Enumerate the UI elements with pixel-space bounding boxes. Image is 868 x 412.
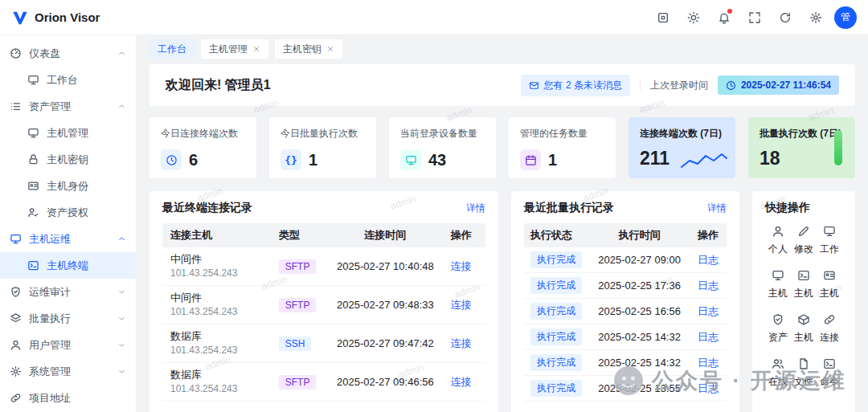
table-row[interactable]: 数据库101.43.254.243 SSH 2025-02-27 09:47:4… bbox=[162, 324, 485, 363]
status-badge: 执行完成 bbox=[530, 354, 582, 371]
status-badge: 执行完成 bbox=[530, 303, 582, 320]
welcome-right: 您有 2 条未读消息 上次登录时间 2025-02-27 11:46:54 bbox=[521, 75, 839, 96]
table-header: 执行状态 执行时间 操作 bbox=[524, 223, 727, 247]
log-link[interactable]: 日志 bbox=[698, 254, 719, 266]
connect-link[interactable]: 连接 bbox=[451, 260, 472, 272]
terminal-records-panel: 最近终端连接记录 详情 连接主机 类型 连接时间 操作 中间件101.43.25… bbox=[149, 191, 498, 412]
logo: Orion Visor bbox=[11, 9, 100, 27]
user-icon bbox=[772, 225, 784, 238]
sidebar-item-user-manage[interactable]: 用户管理 bbox=[0, 332, 136, 358]
quick-action-workbench[interactable]: 工作 bbox=[817, 225, 842, 256]
workbench-icon bbox=[27, 74, 39, 86]
log-link[interactable]: 日志 bbox=[698, 331, 719, 343]
log-link[interactable]: 日志 bbox=[698, 305, 719, 317]
last-login-label: 上次登录时间 bbox=[650, 79, 708, 92]
status-badge: 执行完成 bbox=[530, 277, 582, 294]
tab-bar: 工作台 主机管理 主机密钥 bbox=[137, 35, 868, 63]
sidebar-item-project-link[interactable]: 项目地址 bbox=[0, 385, 136, 411]
chevron-up-icon bbox=[117, 235, 126, 243]
tab-workbench[interactable]: 工作台 bbox=[149, 39, 194, 59]
terminal-detail-link[interactable]: 详情 bbox=[466, 202, 485, 215]
sidebar-item-host-manage[interactable]: 主机管理 bbox=[0, 120, 136, 146]
unread-messages-badge[interactable]: 您有 2 条未读消息 bbox=[521, 75, 630, 96]
sidebar-item-host-identity[interactable]: 主机身份 bbox=[0, 173, 136, 199]
sidebar-item-system-manage[interactable]: 系统管理 bbox=[0, 358, 136, 385]
sidebar-item-asset-grant[interactable]: 资产授权 bbox=[0, 199, 136, 226]
quick-action-command[interactable]: 命令 bbox=[817, 357, 842, 389]
type-badge: SFTP bbox=[279, 298, 317, 312]
quick-actions-grid: 个人 修改 工作 主机 主机 主机 资产 主机 连接 在线 文件 命令 bbox=[765, 225, 842, 389]
host-ops-monitor-icon bbox=[10, 233, 22, 245]
sidebar-item-asset-manage[interactable]: 资产管理 bbox=[0, 93, 136, 120]
chevron-down-icon bbox=[117, 341, 126, 349]
table-row[interactable]: 中间件101.43.254.243 SFTP 2025-02-27 10:40:… bbox=[162, 247, 485, 286]
avatar[interactable]: 管 bbox=[834, 6, 857, 29]
user-check-icon bbox=[27, 206, 39, 218]
log-link[interactable]: 日志 bbox=[698, 382, 719, 394]
connect-link[interactable]: 连接 bbox=[451, 299, 472, 311]
quick-action-host-2[interactable]: 主机 bbox=[791, 269, 817, 300]
theme-sun-icon[interactable] bbox=[682, 6, 706, 30]
sidebar-item-ops-audit[interactable]: 运维审计 bbox=[0, 279, 136, 305]
log-link[interactable]: 日志 bbox=[698, 279, 719, 292]
project-link-icon bbox=[10, 392, 22, 404]
quick-action-asset[interactable]: 资产 bbox=[765, 313, 791, 345]
sidebar-item-host-ops[interactable]: 主机运维 bbox=[0, 226, 136, 252]
quick-action-file[interactable]: 文件 bbox=[791, 357, 817, 389]
system-gear-icon bbox=[10, 365, 22, 377]
table-row[interactable]: 执行完成 2025-02-25 14:32 日志 bbox=[524, 350, 727, 376]
mail-icon bbox=[529, 80, 539, 91]
notification-dot bbox=[727, 9, 732, 14]
table-row[interactable]: 中间件101.43.254.243 SFTP 2025-02-27 09:48:… bbox=[162, 286, 485, 324]
audit-shield-icon bbox=[10, 286, 22, 298]
close-icon[interactable] bbox=[326, 45, 334, 53]
stat-card-batch-today: 今日批量执行次数 {} 1 bbox=[269, 117, 376, 178]
log-link[interactable]: 日志 bbox=[698, 357, 719, 369]
connect-link[interactable]: 连接 bbox=[451, 337, 472, 349]
type-badge: SFTP bbox=[279, 259, 317, 274]
apps-icon[interactable] bbox=[651, 6, 675, 30]
batch-exec-records-panel: 最近批量执行记录 详情 执行状态 执行时间 操作 执行完成 2025-02-27… bbox=[511, 191, 739, 412]
sidebar-item-batch-exec[interactable]: 批量执行 bbox=[0, 305, 136, 332]
notifications-bell-icon[interactable] bbox=[712, 6, 736, 30]
table-row[interactable]: 执行完成 2025-02-25 17:36 日志 bbox=[524, 273, 727, 299]
fullscreen-icon[interactable] bbox=[743, 6, 767, 30]
table-row[interactable]: 执行完成 2025-02-27 09:00 日志 bbox=[524, 247, 727, 273]
connect-link[interactable]: 连接 bbox=[451, 376, 472, 388]
host-monitor-icon bbox=[27, 127, 39, 139]
quick-action-personal[interactable]: 个人 bbox=[765, 225, 791, 256]
identity-card-icon bbox=[27, 180, 39, 192]
table-row[interactable]: 执行完成 2025-02-25 16:56 日志 bbox=[524, 299, 727, 324]
users-icon bbox=[772, 357, 784, 370]
sidebar-item-dashboard[interactable]: 仪表盘 bbox=[0, 40, 136, 67]
settings-gear-icon[interactable] bbox=[804, 6, 828, 30]
sidebar-item-host-terminal[interactable]: 主机终端 bbox=[0, 252, 136, 279]
lock-icon bbox=[27, 153, 39, 165]
quick-action-host-1[interactable]: 主机 bbox=[765, 269, 791, 300]
tab-host-key[interactable]: 主机密钥 bbox=[275, 39, 342, 59]
sidebar-item-workbench[interactable]: 工作台 bbox=[0, 67, 136, 93]
quick-action-connect[interactable]: 连接 bbox=[817, 313, 842, 345]
stat-card-login-devices: 当前登录设备数量 43 bbox=[389, 117, 496, 178]
table-row[interactable]: 执行完成 2025-02-25 14:32 日志 bbox=[524, 324, 727, 350]
quick-action-host-4[interactable]: 主机 bbox=[791, 313, 817, 345]
quick-action-online[interactable]: 在线 bbox=[765, 357, 791, 389]
panel-title: 最近终端连接记录 bbox=[162, 201, 252, 215]
tab-host-manage[interactable]: 主机管理 bbox=[201, 39, 268, 59]
stat-card-tasks: 管理的任务数量 1 bbox=[509, 117, 616, 178]
exec-detail-link[interactable]: 详情 bbox=[707, 202, 727, 215]
page-content: 欢迎回来! 管理员1 您有 2 条未读消息 上次登录时间 2025-02-27 … bbox=[137, 63, 868, 412]
sidebar-item-host-key[interactable]: 主机密钥 bbox=[0, 146, 136, 173]
box-icon bbox=[797, 313, 810, 326]
divider bbox=[640, 80, 641, 91]
terminal-icon bbox=[797, 269, 810, 282]
close-icon[interactable] bbox=[252, 45, 260, 53]
table-row[interactable]: 执行完成 2025-02-25 13:55 日志 bbox=[524, 376, 727, 402]
last-login-time-badge: 2025-02-27 11:46:54 bbox=[718, 75, 839, 95]
link-icon bbox=[823, 313, 836, 326]
quick-action-modify[interactable]: 修改 bbox=[791, 225, 817, 256]
table-row[interactable]: 数据库101.43.254.243 SFTP 2025-02-27 09:46:… bbox=[162, 363, 485, 402]
file-icon bbox=[797, 357, 810, 370]
refresh-icon[interactable] bbox=[773, 6, 797, 30]
quick-action-host-3[interactable]: 主机 bbox=[817, 269, 842, 300]
